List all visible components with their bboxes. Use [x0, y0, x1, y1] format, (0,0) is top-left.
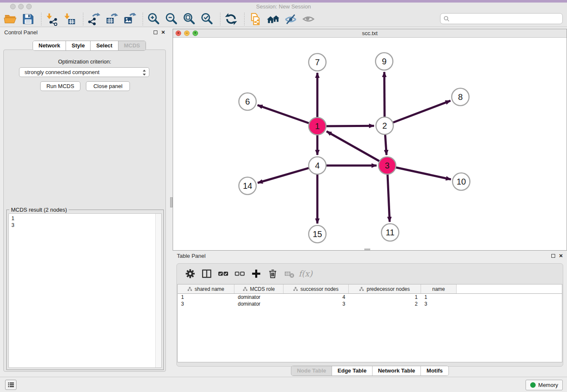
svg-text:3: 3 [385, 161, 389, 170]
save-session-icon[interactable] [20, 12, 36, 26]
tab-style[interactable]: Style [66, 41, 91, 50]
edge-2-9[interactable] [384, 72, 385, 117]
control-panel-tabs: NetworkStyleSelectMCDS [33, 41, 146, 51]
mcds-result-area[interactable]: 13 [8, 213, 162, 368]
node-14[interactable]: 14 [239, 177, 256, 195]
app-window: Session: New Session Control Panel × Net… [0, 0, 567, 392]
edge-3-1[interactable] [327, 131, 380, 161]
tab-mcds[interactable]: MCDS [118, 41, 146, 50]
float-table-panel-icon[interactable] [551, 254, 555, 258]
search-input[interactable] [452, 14, 562, 23]
criterion-select[interactable]: strongly connected component [19, 67, 149, 77]
edge-3-11[interactable] [388, 174, 390, 222]
horizontal-splitter-handle[interactable] [364, 248, 370, 250]
delete-row-icon[interactable] [266, 268, 279, 279]
edge-2-3[interactable] [385, 135, 386, 155]
table-panel: Table Panel × f(x) shared nameMCDS roles… [173, 251, 567, 377]
node-7[interactable]: 7 [309, 54, 326, 71]
node-2[interactable]: 2 [376, 117, 394, 135]
app-titlebar: Session: New Session [0, 3, 567, 11]
run-mcds-button[interactable]: Run MCDS [40, 81, 80, 91]
memory-button[interactable]: Memory [526, 380, 563, 390]
table-cell[interactable]: 1 [349, 294, 421, 300]
close-panel-icon[interactable]: × [161, 30, 165, 35]
svg-text:2: 2 [382, 121, 387, 130]
import-table-icon[interactable] [62, 12, 77, 26]
search-icon [443, 16, 450, 22]
float-panel-icon[interactable] [154, 30, 157, 34]
node-6[interactable]: 6 [239, 93, 256, 110]
open-session-icon[interactable] [3, 12, 18, 26]
home-icon[interactable] [265, 12, 281, 26]
node-10[interactable]: 10 [453, 173, 470, 190]
edge-2-8[interactable] [393, 101, 451, 123]
node-9[interactable]: 9 [376, 53, 393, 70]
hide-details-icon[interactable] [283, 12, 298, 26]
tab-node-table[interactable]: Node Table [292, 366, 332, 375]
select-all-rows-icon[interactable] [217, 268, 229, 279]
clone-network-icon[interactable] [248, 12, 263, 26]
svg-text:8: 8 [458, 92, 462, 102]
zoom-in-icon[interactable] [146, 12, 161, 26]
table-cell[interactable]: 3 [178, 301, 234, 307]
zoom-selected-icon[interactable] [199, 12, 215, 26]
table-cell[interactable]: 1 [421, 294, 457, 300]
search-box[interactable] [440, 13, 563, 24]
column-header-successor-nodes[interactable]: successor nodes [284, 284, 349, 293]
node-3[interactable]: 3 [379, 157, 396, 174]
zoom-out-icon[interactable] [164, 12, 179, 26]
close-table-panel-icon[interactable]: × [559, 253, 563, 258]
table-cell[interactable]: dominator [234, 301, 284, 307]
table-cell[interactable]: 1 [178, 294, 234, 300]
list-icon [7, 381, 15, 389]
table-cell[interactable]: 2 [349, 301, 421, 307]
function-builder-icon[interactable]: f(x) [299, 268, 312, 279]
node-1[interactable]: 1 [309, 118, 326, 135]
column-header-predecessor-nodes[interactable]: predecessor nodes [349, 284, 421, 293]
edge-1-2[interactable] [326, 126, 374, 126]
network-canvas[interactable]: 7968124314101511 [173, 37, 567, 250]
tab-network-table[interactable]: Network Table [372, 366, 421, 375]
table-settings-icon[interactable] [184, 268, 196, 279]
tab-motifs[interactable]: Motifs [421, 366, 448, 375]
close-panel-button[interactable]: Close panel [86, 81, 130, 91]
tab-network[interactable]: Network [33, 41, 66, 50]
table-row[interactable]: 1dominator411 [178, 294, 562, 301]
toolbar-separator [220, 13, 220, 25]
delete-table-icon[interactable] [283, 268, 295, 279]
result-scrollbar[interactable] [155, 214, 161, 367]
table-cell[interactable]: 3 [284, 301, 349, 307]
task-history-button[interactable] [5, 380, 17, 390]
memory-label: Memory [538, 382, 558, 388]
table-cell[interactable]: 4 [284, 294, 349, 300]
export-image-icon[interactable] [122, 12, 137, 26]
column-view-icon[interactable] [200, 268, 213, 279]
column-header-shared-name[interactable]: shared name [178, 284, 234, 293]
mcds-result-line: 1 [11, 215, 159, 222]
add-row-icon[interactable] [250, 268, 262, 279]
table-cell[interactable]: 3 [421, 301, 457, 307]
show-details-icon[interactable] [301, 12, 316, 26]
zoom-fit-icon[interactable] [182, 12, 197, 26]
column-header-MCDS-role[interactable]: MCDS role [234, 284, 284, 293]
deselect-all-rows-icon[interactable] [233, 268, 246, 279]
table-row[interactable]: 3dominator323 [178, 301, 562, 307]
edge-1-6[interactable] [258, 105, 309, 123]
edge-3-10[interactable] [396, 168, 451, 179]
node-15[interactable]: 15 [309, 226, 326, 243]
node-11[interactable]: 11 [382, 224, 399, 241]
import-network-icon[interactable] [44, 12, 60, 26]
refresh-layout-icon[interactable] [223, 12, 239, 26]
edge-4-14[interactable] [258, 168, 309, 183]
column-header-name[interactable]: name [421, 284, 457, 293]
vertical-splitter[interactable] [169, 27, 173, 377]
node-table-container: f(x) shared nameMCDS rolesuccessor nodes… [176, 263, 563, 367]
export-table-icon[interactable] [104, 12, 119, 26]
node-8[interactable]: 8 [452, 88, 469, 106]
tab-edge-table[interactable]: Edge Table [332, 366, 372, 375]
export-network-icon[interactable] [86, 12, 102, 26]
criterion-value: strongly connected component [25, 69, 99, 75]
table-cell[interactable]: dominator [234, 294, 284, 300]
node-4[interactable]: 4 [309, 157, 326, 174]
tab-select[interactable]: Select [91, 41, 118, 50]
